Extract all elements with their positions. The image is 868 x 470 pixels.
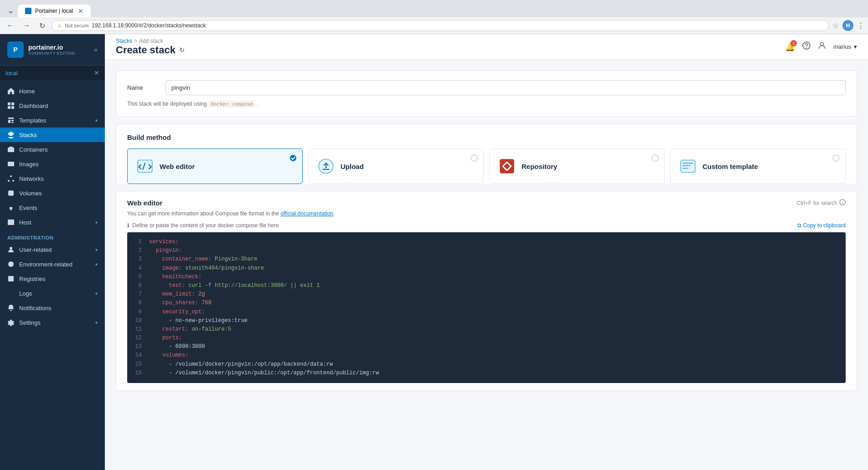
web-editor-icon bbox=[137, 158, 153, 174]
tab-title: Portainer | local bbox=[35, 8, 73, 14]
sidebar-item-home[interactable]: Home bbox=[0, 84, 105, 98]
breadcrumb-separator: > bbox=[134, 38, 137, 44]
svg-rect-1 bbox=[11, 102, 14, 105]
build-method-title: Build method bbox=[127, 133, 846, 141]
svg-point-19 bbox=[821, 42, 824, 46]
host-icon bbox=[7, 219, 15, 226]
web-editor-selected-check bbox=[289, 154, 297, 163]
favicon bbox=[25, 8, 31, 14]
dashboard-label: Dashboard bbox=[19, 102, 98, 109]
web-editor-label: Web editor bbox=[160, 163, 195, 170]
user-related-icon bbox=[7, 246, 15, 253]
method-card-custom-template[interactable]: Custom template bbox=[670, 148, 846, 184]
svg-rect-16 bbox=[8, 276, 14, 281]
settings-icon bbox=[7, 319, 15, 326]
svg-point-26 bbox=[833, 155, 839, 161]
environment-close-icon[interactable]: ✕ bbox=[94, 69, 99, 77]
sidebar-item-settings[interactable]: Settings ▾ bbox=[0, 315, 105, 330]
sidebar-collapse-button[interactable]: « bbox=[94, 46, 98, 53]
logo-text: portainer.io Community Edition bbox=[28, 44, 75, 56]
sidebar-nav: Home Dashboard Templates ▾ Stacks bbox=[0, 80, 105, 470]
topbar-right: 🔔 1 marius ▾ bbox=[785, 41, 857, 52]
custom-template-icon bbox=[680, 158, 696, 174]
browser-tab[interactable]: Portainer | local ✕ bbox=[18, 5, 91, 17]
back-button[interactable]: ← bbox=[4, 20, 16, 31]
notification-badge: 1 bbox=[790, 40, 797, 46]
sidebar-environment: local ✕ bbox=[0, 66, 105, 80]
upload-label: Upload bbox=[341, 163, 364, 170]
notifications-icon bbox=[7, 304, 15, 312]
sidebar-logo: P portainer.io Community Edition « bbox=[0, 34, 105, 66]
browser-toolbar: ← → ↻ ⚠ Not secure 192.168.1.18:9000/#/2… bbox=[0, 17, 868, 34]
method-card-upload[interactable]: Upload bbox=[308, 148, 484, 184]
sidebar-item-templates[interactable]: Templates ▾ bbox=[0, 113, 105, 128]
host-label: Host bbox=[19, 219, 91, 226]
svg-point-18 bbox=[806, 47, 807, 48]
method-card-repository[interactable]: Repository bbox=[489, 148, 665, 184]
volumes-label: Volumes bbox=[19, 190, 98, 197]
code-content: services: pingvin: container_name: Pingv… bbox=[149, 238, 840, 378]
svg-point-9 bbox=[12, 180, 14, 182]
sidebar-item-images[interactable]: Images bbox=[0, 157, 105, 171]
method-card-web-editor[interactable]: Web editor bbox=[127, 148, 303, 184]
svg-point-14 bbox=[10, 247, 12, 250]
notifications-bell-icon[interactable]: 🔔 1 bbox=[785, 42, 795, 52]
environment-related-icon bbox=[7, 261, 15, 268]
sidebar-item-networks[interactable]: Networks bbox=[0, 171, 105, 186]
sidebar-item-stacks[interactable]: Stacks bbox=[0, 128, 105, 142]
web-editor-section: Web editor Ctrl+F for search You can get… bbox=[116, 191, 857, 391]
menu-icon[interactable]: ⋮ bbox=[857, 21, 864, 30]
name-input[interactable] bbox=[165, 80, 846, 95]
repository-radio bbox=[651, 154, 659, 163]
refresh-icon[interactable]: ↻ bbox=[179, 46, 185, 54]
editor-note: You can get more information about Compo… bbox=[127, 210, 846, 217]
line-numbers: 12345 678910 1112131415 16 bbox=[133, 238, 142, 378]
user-profile-icon[interactable] bbox=[818, 41, 826, 52]
bookmark-icon[interactable]: ☆ bbox=[832, 21, 839, 30]
networks-label: Networks bbox=[19, 175, 98, 182]
user-menu[interactable]: marius ▾ bbox=[833, 43, 857, 50]
info-icon: ℹ bbox=[127, 222, 129, 229]
settings-label: Settings bbox=[19, 319, 91, 326]
sidebar-item-environment-related[interactable]: Environment-related ▾ bbox=[0, 257, 105, 271]
breadcrumb-stacks-link[interactable]: Stacks bbox=[116, 38, 132, 44]
address-bar[interactable]: ⚠ Not secure 192.168.1.18:9000/#/2/docke… bbox=[52, 20, 829, 31]
code-editor[interactable]: 12345 678910 1112131415 16 services: pin… bbox=[127, 232, 846, 383]
admin-section-label: Administration bbox=[0, 230, 105, 242]
reload-button[interactable]: ↻ bbox=[36, 20, 48, 31]
sidebar-item-volumes[interactable]: Volumes bbox=[0, 186, 105, 200]
svg-rect-25 bbox=[500, 159, 514, 174]
name-label: Name bbox=[127, 84, 155, 91]
dashboard-icon bbox=[7, 102, 15, 109]
sidebar-item-user-related[interactable]: User-related ▾ bbox=[0, 242, 105, 257]
name-section: Name This stack will be deployed using d… bbox=[116, 71, 857, 117]
new-tab-button[interactable]: ⌄ bbox=[7, 5, 14, 15]
images-label: Images bbox=[19, 161, 98, 168]
sidebar-item-containers[interactable]: Containers bbox=[0, 142, 105, 157]
upload-radio bbox=[470, 154, 478, 163]
sidebar-item-registries[interactable]: Registries bbox=[0, 271, 105, 286]
tab-close-button[interactable]: ✕ bbox=[78, 7, 83, 15]
build-methods-grid: Web editor Upload bbox=[127, 148, 846, 184]
official-documentation-link[interactable]: official documentation bbox=[280, 210, 333, 217]
home-icon bbox=[7, 87, 15, 95]
copy-to-clipboard-button[interactable]: ⧉ Copy to clipboard bbox=[797, 222, 846, 229]
sidebar-item-notifications[interactable]: Notifications bbox=[0, 301, 105, 315]
environment-related-arrow-icon: ▾ bbox=[95, 262, 98, 267]
editor-title: Web editor bbox=[127, 199, 162, 207]
security-label: Not secure bbox=[65, 23, 89, 28]
svg-point-8 bbox=[8, 180, 10, 182]
profile-button[interactable]: M bbox=[842, 20, 853, 31]
stacks-icon bbox=[7, 131, 15, 138]
sidebar-item-logs[interactable]: Logs ▾ bbox=[0, 286, 105, 301]
sidebar-item-host[interactable]: Host ▾ bbox=[0, 215, 105, 230]
logs-label: Logs bbox=[19, 290, 91, 297]
registries-label: Registries bbox=[19, 276, 98, 282]
name-note: This stack will be deployed using docker… bbox=[127, 101, 846, 107]
help-icon[interactable] bbox=[802, 41, 811, 52]
stacks-label: Stacks bbox=[19, 132, 98, 138]
sidebar-item-dashboard[interactable]: Dashboard bbox=[0, 98, 105, 113]
forward-button[interactable]: → bbox=[20, 20, 33, 31]
logs-icon bbox=[7, 290, 15, 297]
sidebar-item-events[interactable]: Events bbox=[0, 200, 105, 215]
